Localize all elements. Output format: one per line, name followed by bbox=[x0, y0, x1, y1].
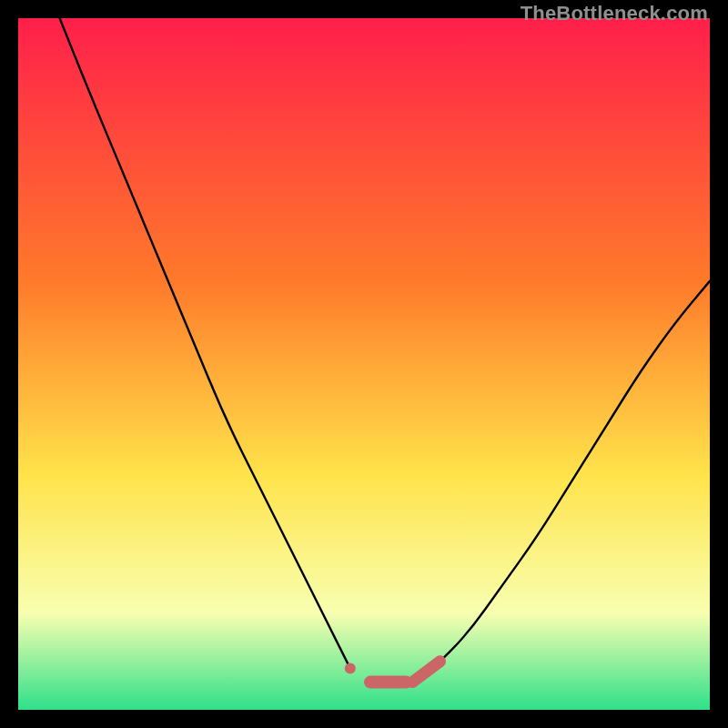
marker-dot bbox=[345, 662, 356, 673]
marker-flat bbox=[364, 676, 412, 689]
bottleneck-chart bbox=[18, 18, 710, 710]
chart-frame: TheBottleneck.com bbox=[0, 0, 728, 728]
gradient-background bbox=[18, 18, 710, 710]
